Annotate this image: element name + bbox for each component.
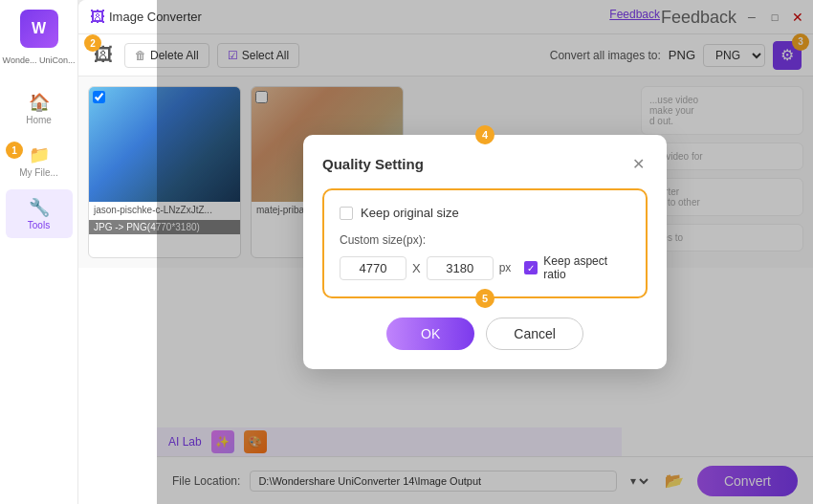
image-converter-icon: 🖼: [90, 9, 105, 26]
app-name: Wonde... UniCon...: [3, 55, 76, 65]
ok-button[interactable]: OK: [386, 318, 474, 350]
sidebar-item-home-label: Home: [26, 115, 52, 125]
modal-overlay: 4 Quality Setting ✕ Keep original size C…: [157, 0, 813, 504]
sidebar-item-tools[interactable]: 🔧 Tools: [6, 189, 73, 238]
sidebar: W Wonde... UniCon... 🏠 Home 📁 My File...…: [0, 0, 78, 504]
modal-close-button[interactable]: ✕: [628, 154, 648, 173]
keep-aspect-label: Keep aspect ratio: [543, 254, 630, 281]
step-badge-2: 2: [84, 34, 101, 52]
height-input[interactable]: [427, 256, 494, 280]
step-badge-4: 4: [475, 125, 494, 144]
keep-aspect-checkbox[interactable]: [524, 261, 538, 274]
step-badge-1: 1: [6, 142, 23, 159]
quality-setting-modal: 4 Quality Setting ✕ Keep original size C…: [303, 135, 667, 369]
tools-icon: 🔧: [29, 197, 50, 218]
step-badge-5: 5: [475, 289, 494, 308]
modal-title: Quality Setting: [322, 156, 424, 172]
image-checkbox-1[interactable]: [93, 91, 105, 103]
modal-content-box: Keep original size Custom size(px): X px…: [322, 188, 648, 298]
add-button-wrapper: 🖼 2: [90, 40, 117, 70]
size-inputs-row: X px Keep aspect ratio: [340, 254, 630, 281]
modal-title-bar: Quality Setting ✕: [322, 154, 648, 173]
cancel-button[interactable]: Cancel: [486, 318, 583, 350]
sidebar-item-tools-label: Tools: [28, 220, 50, 230]
aspect-ratio-row: Keep aspect ratio: [524, 254, 630, 281]
app-logo: W: [20, 10, 58, 48]
keep-original-row: Keep original size: [340, 206, 630, 220]
x-separator: X: [412, 261, 421, 275]
sidebar-item-home[interactable]: 🏠 Home: [6, 84, 73, 133]
delete-icon: 🗑: [135, 49, 146, 62]
sidebar-item-myfiles-label: My File...: [19, 167, 58, 178]
home-icon: 🏠: [29, 92, 50, 113]
files-icon: 📁: [29, 144, 50, 165]
keep-original-label: Keep original size: [361, 206, 459, 220]
keep-original-checkbox[interactable]: [340, 207, 353, 220]
app-window: 🖼 Image Converter Feedback ─ □ ✕ Feedbac…: [78, 0, 813, 504]
px-unit: px: [499, 261, 512, 274]
custom-size-label: Custom size(px):: [340, 233, 630, 247]
modal-footer: 5 OK Cancel: [322, 318, 648, 350]
width-input[interactable]: [340, 256, 406, 280]
